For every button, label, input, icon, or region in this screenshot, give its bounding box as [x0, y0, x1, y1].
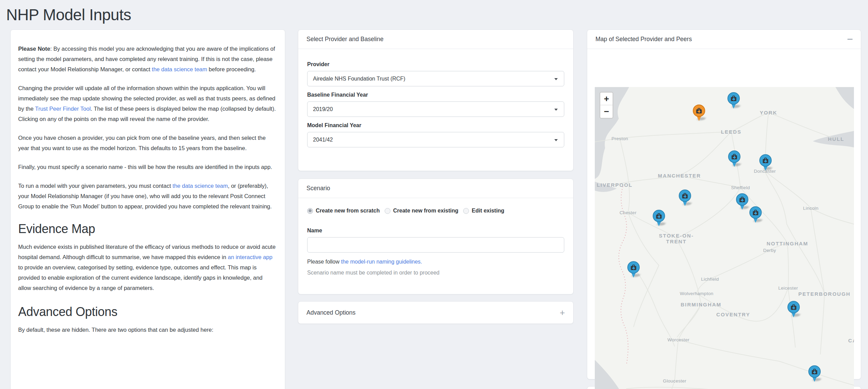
- map-city-label: MANCHESTER: [658, 173, 701, 179]
- peer-provider-marker[interactable]: [808, 365, 821, 382]
- zoom-in-button[interactable]: +: [600, 93, 613, 105]
- data-science-team-link-2[interactable]: the data science team: [172, 183, 228, 189]
- provider-select[interactable]: Airedale NHS Foundation Trust (RCF): [307, 71, 564, 86]
- marker-head[interactable]: [749, 206, 762, 219]
- medkit-icon: [656, 213, 662, 219]
- marker-head[interactable]: [736, 193, 748, 206]
- advanced-options-header[interactable]: Advanced Options +: [298, 302, 573, 324]
- peer-provider-marker[interactable]: [728, 150, 740, 168]
- evidence-map-heading: Evidence Map: [18, 222, 276, 236]
- radio-button-icon[interactable]: [385, 208, 390, 214]
- peer-provider-marker[interactable]: [749, 206, 762, 223]
- medkit-icon: [762, 158, 769, 163]
- zoom-out-button[interactable]: −: [600, 105, 613, 118]
- map-city-label: BIRMINGHAM: [680, 302, 721, 307]
- intro-paragraph-1: Please Note: By accessing this model you…: [18, 44, 276, 74]
- map-city-label: COVENTRY: [716, 312, 750, 317]
- map-city-label: Lichfield: [701, 277, 719, 282]
- map-city-label: LIVERPOOL: [597, 182, 633, 188]
- peer-provider-marker[interactable]: [787, 301, 800, 318]
- map-city-label: YORK: [760, 110, 777, 116]
- medkit-icon: [791, 304, 797, 310]
- naming-guidelines-note: Please follow the model-run naming guide…: [307, 259, 564, 265]
- medkit-icon: [630, 265, 637, 270]
- peer-provider-marker[interactable]: [727, 92, 740, 109]
- scenario-card: Scenario Create new from scratch Create …: [298, 179, 574, 294]
- marker-head[interactable]: [627, 261, 640, 273]
- provider-card-header: Select Provider and Baseline: [298, 30, 573, 49]
- advanced-paragraph: By default, these are hidden. There are …: [18, 325, 276, 335]
- intro-column: Please Note: By accessing this model you…: [10, 29, 285, 389]
- provider-label: Provider: [307, 61, 564, 68]
- intro-paragraph-4: Finally, you must specify a scenario nam…: [18, 162, 276, 172]
- collapse-minus-icon[interactable]: [847, 39, 853, 40]
- form-column: Select Provider and Baseline Provider Ai…: [298, 29, 574, 389]
- scenario-name-input[interactable]: [307, 237, 564, 253]
- map-canvas[interactable]: + − Leaflet | © OpenStreetMap contributo…: [595, 87, 854, 389]
- provider-baseline-card: Select Provider and Baseline Provider Ai…: [298, 29, 574, 171]
- marker-head[interactable]: [693, 105, 705, 117]
- radio-button-icon[interactable]: [463, 208, 469, 214]
- chevron-down-icon: [554, 139, 558, 141]
- scenario-name-group: Name: [307, 228, 564, 253]
- interactive-app-link[interactable]: an interactive app: [228, 254, 272, 260]
- peer-provider-marker[interactable]: [653, 210, 665, 227]
- peer-provider-marker[interactable]: [627, 261, 640, 278]
- data-science-team-link[interactable]: the data science team: [152, 66, 207, 72]
- model-year-select-value: 2041/42: [313, 137, 333, 143]
- intro-paragraph-3: Once you have chosen a provider, you can…: [18, 133, 276, 153]
- advanced-options-card[interactable]: Advanced Options +: [298, 301, 574, 324]
- baseline-year-select-value: 2019/20: [313, 106, 333, 112]
- medkit-icon: [731, 154, 737, 159]
- provider-select-value: Airedale NHS Foundation Trust (RCF): [313, 76, 405, 82]
- map-city-label: Sheffield: [731, 185, 750, 190]
- map-city-label: Derby: [763, 248, 776, 253]
- chevron-down-icon: [554, 78, 558, 80]
- marker-head[interactable]: [808, 365, 821, 378]
- marker-head[interactable]: [653, 210, 665, 222]
- naming-guidelines-link[interactable]: the model-run naming guidelines.: [341, 259, 422, 265]
- marker-head[interactable]: [728, 150, 740, 163]
- map-card-title: Map of Selected Provider and Peers: [595, 36, 692, 43]
- map-city-label: Wolverhampton: [680, 291, 713, 296]
- radio-edit-existing[interactable]: Edit existing: [463, 208, 504, 214]
- peer-provider-marker[interactable]: [759, 154, 772, 171]
- medkit-icon: [811, 369, 818, 374]
- expand-plus-icon[interactable]: +: [560, 309, 565, 316]
- scenario-card-header: Scenario: [298, 179, 573, 198]
- marker-head[interactable]: [759, 154, 772, 167]
- model-year-select[interactable]: 2041/42: [307, 132, 564, 147]
- marker-head[interactable]: [679, 190, 691, 202]
- map-city-label: Worcester: [667, 337, 689, 342]
- evidence-paragraph: Much evidence exists in published litera…: [18, 242, 276, 293]
- advanced-options-title: Advanced Options: [306, 309, 355, 316]
- provider-card-body: Provider Airedale NHS Foundation Trust (…: [298, 49, 573, 161]
- map-city-label: Leicester: [778, 285, 798, 291]
- marker-head[interactable]: [727, 92, 740, 105]
- map-card-header: Map of Selected Provider and Peers: [587, 30, 861, 49]
- page-title: NHP Model Inputs: [0, 0, 868, 24]
- radio-create-new-from-scratch[interactable]: Create new from scratch: [307, 208, 380, 214]
- map-city-label: NOTTINGHAM: [767, 241, 808, 246]
- radio-button-icon[interactable]: [307, 208, 313, 214]
- map-city-label: STOKE-ON- TRENT: [659, 233, 694, 244]
- medkit-icon: [752, 210, 759, 215]
- intro-paragraph-2: Changing the provider will update all of…: [18, 83, 276, 124]
- map-city-label: HULL: [828, 136, 844, 142]
- intro-card: Please Note: By accessing this model you…: [10, 29, 285, 389]
- selected-provider-marker[interactable]: [693, 105, 705, 122]
- map-city-label: Preston: [612, 136, 628, 141]
- map-city-label: Gloucester: [663, 378, 686, 384]
- trust-peer-finder-link[interactable]: Trust Peer Finder Tool: [35, 106, 91, 112]
- medkit-icon: [696, 108, 702, 113]
- intro-paragraph-5: To run a model with your given parameter…: [18, 181, 276, 211]
- peer-provider-marker[interactable]: [736, 193, 748, 210]
- map-city-label: Chester: [619, 210, 636, 215]
- marker-head[interactable]: [787, 301, 800, 313]
- map-column: Map of Selected Provider and Peers: [587, 29, 861, 389]
- peer-provider-marker[interactable]: [679, 190, 691, 207]
- radio-create-new-from-existing[interactable]: Create new from existing: [385, 208, 458, 214]
- medkit-icon: [682, 193, 688, 198]
- baseline-year-select[interactable]: 2019/20: [307, 101, 564, 117]
- scenario-type-radio-group: Create new from scratch Create new from …: [307, 208, 564, 214]
